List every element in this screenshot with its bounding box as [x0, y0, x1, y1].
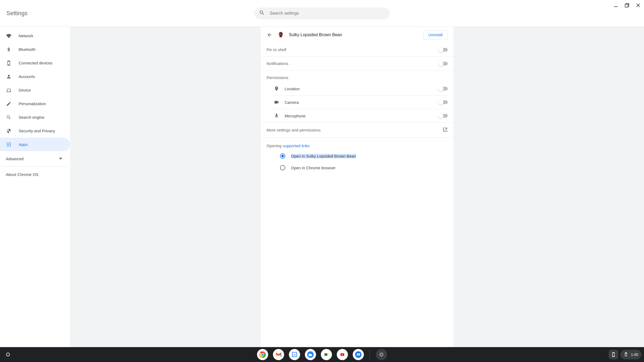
search-icon	[259, 10, 265, 17]
sidebar-item-network[interactable]: Network	[0, 29, 70, 43]
svg-point-13	[8, 146, 9, 146]
open-external-icon	[442, 127, 448, 133]
page-title: Settings	[6, 10, 28, 17]
apps-grid-icon	[6, 142, 12, 147]
clock: 1:40	[631, 352, 638, 357]
sidebar-item-bluetooth[interactable]: Bluetooth	[0, 43, 70, 56]
shelf-app-messages[interactable]	[353, 349, 364, 360]
header: Settings	[0, 0, 644, 27]
chevron-down-icon	[59, 157, 62, 161]
sidebar-item-label: Search engine	[19, 115, 44, 120]
permissions-heading: Permissions	[261, 71, 454, 82]
shelf-app-youtube[interactable]	[337, 349, 348, 360]
sidebar-item-label: Personalization	[19, 101, 46, 106]
svg-point-8	[10, 142, 11, 143]
sidebar-item-device[interactable]: Device	[0, 83, 70, 97]
person-icon	[6, 74, 12, 80]
svg-point-11	[10, 144, 11, 145]
radio-label: Open in Sulky Lopsided Brown Bean	[291, 154, 356, 158]
permission-label: Camera	[285, 100, 299, 105]
sidebar-item-search-engine[interactable]: Search engine	[0, 110, 70, 124]
shelf-app-calendar[interactable]: 31	[289, 349, 300, 360]
sidebar-item-connected-devices[interactable]: Connected devices	[0, 56, 70, 70]
advanced-label: Advanced	[6, 157, 24, 161]
sidebar-item-accounts[interactable]: Accounts	[0, 70, 70, 83]
back-button[interactable]	[267, 32, 273, 38]
search-box[interactable]	[254, 7, 390, 19]
shelf-app-settings[interactable]	[376, 349, 387, 360]
permission-row-camera: Camera	[271, 96, 448, 109]
more-settings-row[interactable]: More settings and permissions	[261, 122, 454, 138]
tray-phone-hub[interactable]	[609, 350, 618, 359]
pin-to-shelf-row: Pin to shelf	[261, 43, 454, 57]
location-icon	[274, 86, 279, 92]
location-toggle[interactable]	[439, 87, 448, 90]
svg-text:31: 31	[293, 354, 296, 356]
radio-open-in-chrome[interactable]: Open in Chrome browser	[261, 162, 454, 174]
about-label: About Chrome OS	[6, 172, 39, 177]
shelf-app-meet[interactable]	[321, 349, 332, 360]
sidebar-item-label: Accounts	[19, 74, 35, 79]
sidebar-item-label: Device	[19, 88, 31, 92]
pin-label: Pin to shelf	[267, 47, 286, 52]
camera-toggle[interactable]	[439, 100, 448, 104]
permission-label: Location	[285, 87, 300, 91]
permission-row-location: Location	[271, 82, 448, 96]
sidebar-item-label: Network	[19, 34, 33, 38]
app-name: Sulky Lopsided Brown Bean	[289, 32, 419, 37]
window-maximize-icon[interactable]	[624, 2, 630, 9]
sidebar-about[interactable]: About Chrome OS	[0, 167, 70, 182]
phone-icon	[6, 60, 12, 66]
radio-button-icon	[280, 153, 285, 159]
opening-links-heading: Opening supported links	[261, 138, 454, 150]
shield-icon	[6, 128, 12, 134]
status-tray[interactable]: 1:40	[620, 350, 641, 359]
laptop-icon	[6, 87, 12, 93]
svg-point-32	[378, 351, 385, 358]
svg-rect-2	[625, 4, 628, 7]
microphone-icon	[274, 113, 279, 119]
search-input[interactable]	[270, 11, 385, 16]
window-close-icon[interactable]	[635, 2, 641, 9]
shelf: 31 1:40	[0, 347, 644, 362]
sidebar-item-security[interactable]: Security and Privacy	[0, 124, 70, 138]
svg-rect-30	[357, 354, 359, 354]
svg-point-10	[8, 144, 9, 145]
search-icon	[6, 114, 12, 120]
microphone-toggle[interactable]	[439, 114, 448, 118]
window-minimize-icon[interactable]	[613, 2, 619, 9]
radio-open-in-app[interactable]: Open in Sulky Lopsided Brown Bean	[261, 150, 454, 162]
sidebar-item-label: Connected devices	[19, 61, 53, 65]
app-icon	[277, 31, 284, 38]
shelf-separator	[370, 350, 370, 359]
svg-point-14	[10, 146, 11, 146]
svg-rect-26	[325, 353, 327, 356]
sidebar-item-label: Apps	[19, 142, 28, 147]
notifications-toggle[interactable]	[439, 62, 448, 65]
app-detail-panel: Sulky Lopsided Brown Bean Uninstall Pin …	[261, 27, 454, 347]
sidebar-item-apps[interactable]: Apps	[0, 138, 70, 151]
shelf-app-chrome[interactable]	[257, 349, 268, 360]
pin-toggle[interactable]	[439, 48, 448, 52]
supported-links-link[interactable]: supported links	[283, 143, 310, 148]
radio-button-icon	[280, 165, 285, 170]
shelf-app-files[interactable]	[305, 349, 316, 360]
sidebar: Network Bluetooth Connected devices Acco…	[0, 27, 70, 347]
camera-icon	[274, 99, 279, 105]
uninstall-button[interactable]: Uninstall	[423, 30, 448, 39]
notifications-label: Notifications	[267, 61, 288, 66]
shelf-app-gmail[interactable]	[273, 349, 284, 360]
svg-point-12	[7, 146, 8, 146]
pencil-icon	[6, 101, 12, 107]
sidebar-item-label: Bluetooth	[19, 47, 35, 52]
permission-label: Microphone	[285, 114, 306, 118]
sidebar-item-personalization[interactable]: Personalization	[0, 97, 70, 110]
opening-prefix: Opening	[267, 143, 283, 148]
svg-point-7	[8, 142, 9, 143]
more-label: More settings and permissions	[267, 128, 321, 132]
launcher-button[interactable]	[3, 349, 13, 360]
svg-point-6	[7, 142, 8, 143]
svg-point-15	[279, 34, 280, 35]
radio-label: Open in Chrome browser	[291, 166, 336, 170]
sidebar-advanced[interactable]: Advanced	[0, 151, 68, 167]
